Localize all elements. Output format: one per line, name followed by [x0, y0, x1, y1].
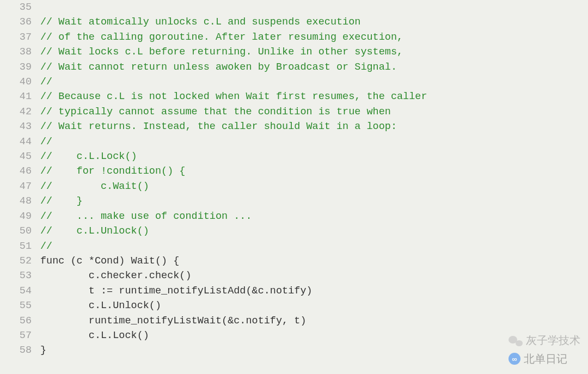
code-line: 57 c.L.Lock() — [0, 328, 588, 343]
code-token: } — [40, 345, 46, 356]
code-token: // c.L.Unlock() — [40, 225, 149, 237]
line-number: 51 — [0, 239, 40, 254]
line-content: } — [40, 343, 46, 358]
watermark-group: 灰子学技术 ∞ 北单日记 — [509, 333, 580, 366]
line-number: 36 — [0, 15, 40, 29]
line-content: // Wait atomically unlocks c.L and suspe… — [40, 15, 360, 29]
watermark-bottom-text: 北单日记 — [524, 352, 567, 366]
line-content: // typically cannot assume that the cond… — [40, 105, 391, 119]
code-token: // Wait returns. Instead, the caller sho… — [40, 121, 397, 132]
code-token: runtime_notifyListWait(&c.notify, t) — [40, 315, 306, 327]
code-line: 47// c.Wait() — [0, 179, 588, 194]
line-content: func (c *Cond) Wait() { — [40, 254, 179, 268]
line-number: 41 — [0, 89, 40, 104]
line-number: 43 — [0, 119, 40, 134]
infinity-badge-icon: ∞ — [509, 353, 520, 365]
code-token: // — [40, 241, 52, 252]
line-number: 39 — [0, 60, 40, 75]
line-number: 47 — [0, 179, 40, 194]
line-number: 56 — [0, 314, 40, 328]
code-token: // c.Wait() — [40, 181, 149, 192]
line-number: 46 — [0, 164, 40, 179]
line-number: 48 — [0, 194, 40, 209]
code-line: 51// — [0, 239, 588, 254]
line-content: // } — [40, 194, 83, 209]
watermark-top-text: 灰子学技术 — [526, 333, 580, 348]
code-line: 40// — [0, 75, 588, 89]
wechat-icon — [509, 335, 523, 347]
code-token: // typically cannot assume that the cond… — [40, 106, 391, 118]
code-token: // Because c.L is not locked when Wait f… — [40, 91, 427, 102]
line-content: // c.L.Lock() — [40, 149, 137, 164]
code-token: // Wait atomically unlocks c.L and suspe… — [40, 16, 360, 28]
line-content: // c.Wait() — [40, 179, 149, 194]
code-token: // Wait cannot return unless awoken by B… — [40, 62, 397, 73]
code-line: 46// for !condition() { — [0, 164, 588, 179]
line-content: // c.L.Unlock() — [40, 224, 149, 238]
line-number: 58 — [0, 343, 40, 358]
line-content: t := runtime_notifyListAdd(&c.notify) — [40, 284, 313, 298]
code-token: // of the calling goroutine. After later… — [40, 32, 403, 43]
code-line: 54 t := runtime_notifyListAdd(&c.notify) — [0, 284, 588, 298]
code-line: 52func (c *Cond) Wait() { — [0, 254, 588, 268]
code-line: 38// Wait locks c.L before returning. Un… — [0, 45, 588, 59]
line-content: // of the calling goroutine. After later… — [40, 30, 403, 45]
code-line: 53 c.checker.check() — [0, 268, 588, 283]
code-line: 41// Because c.L is not locked when Wait… — [0, 89, 588, 104]
code-line: 42// typically cannot assume that the co… — [0, 105, 588, 119]
line-content: // — [40, 134, 52, 149]
line-content: c.L.Unlock() — [40, 298, 161, 313]
line-number: 42 — [0, 105, 40, 119]
line-content: // Wait cannot return unless awoken by B… — [40, 60, 397, 75]
code-line: 45// c.L.Lock() — [0, 149, 588, 164]
code-line: 36// Wait atomically unlocks c.L and sus… — [0, 15, 588, 29]
code-line: 48// } — [0, 194, 588, 209]
line-number: 54 — [0, 284, 40, 298]
line-content: c.L.Lock() — [40, 328, 149, 343]
code-line: 35 — [0, 0, 588, 15]
line-number: 40 — [0, 75, 40, 89]
code-line: 37// of the calling goroutine. After lat… — [0, 30, 588, 45]
code-token: // } — [40, 195, 83, 207]
line-content: // ... make use of condition ... — [40, 209, 252, 224]
code-token: t := runtime_notifyListAdd(&c.notify) — [40, 285, 313, 297]
code-line: 39// Wait cannot return unless awoken by… — [0, 60, 588, 75]
code-line: 50// c.L.Unlock() — [0, 224, 588, 238]
code-token: c.checker.check() — [40, 270, 192, 281]
line-number: 50 — [0, 224, 40, 238]
line-number: 45 — [0, 149, 40, 164]
code-token: func (c *Cond) Wait() { — [40, 255, 179, 267]
code-token: c.L.Unlock() — [40, 300, 161, 311]
code-line: 56 runtime_notifyListWait(&c.notify, t) — [0, 314, 588, 328]
line-content: // — [40, 239, 52, 254]
code-line: 49// ... make use of condition ... — [0, 209, 588, 224]
line-content: // for !condition() { — [40, 164, 185, 179]
code-token: // ... make use of condition ... — [40, 211, 252, 222]
line-number: 44 — [0, 134, 40, 149]
watermark-bottom: ∞ 北单日记 — [509, 352, 580, 366]
line-number: 49 — [0, 209, 40, 224]
code-token: // — [40, 76, 52, 88]
line-content: c.checker.check() — [40, 268, 192, 283]
code-token: // c.L.Lock() — [40, 151, 137, 162]
code-line: 43// Wait returns. Instead, the caller s… — [0, 119, 588, 134]
code-line: 55 c.L.Unlock() — [0, 298, 588, 313]
line-content: // Wait locks c.L before returning. Unli… — [40, 45, 403, 59]
code-token: // — [40, 136, 52, 148]
line-number: 37 — [0, 30, 40, 45]
code-line: 44// — [0, 134, 588, 149]
line-number: 53 — [0, 268, 40, 283]
code-line: 58} — [0, 343, 588, 358]
code-token: c.L.Lock() — [40, 330, 149, 341]
line-content: // Because c.L is not locked when Wait f… — [40, 89, 427, 104]
line-number: 38 — [0, 45, 40, 59]
watermark-top: 灰子学技术 — [509, 333, 580, 348]
code-editor: 3536// Wait atomically unlocks c.L and s… — [0, 0, 588, 358]
line-content: // — [40, 75, 52, 89]
code-token: // for !condition() { — [40, 165, 185, 177]
code-token: // Wait locks c.L before returning. Unli… — [40, 46, 403, 58]
line-number: 35 — [0, 0, 40, 15]
line-content: runtime_notifyListWait(&c.notify, t) — [40, 314, 306, 328]
line-number: 55 — [0, 298, 40, 313]
line-content: // Wait returns. Instead, the caller sho… — [40, 119, 397, 134]
